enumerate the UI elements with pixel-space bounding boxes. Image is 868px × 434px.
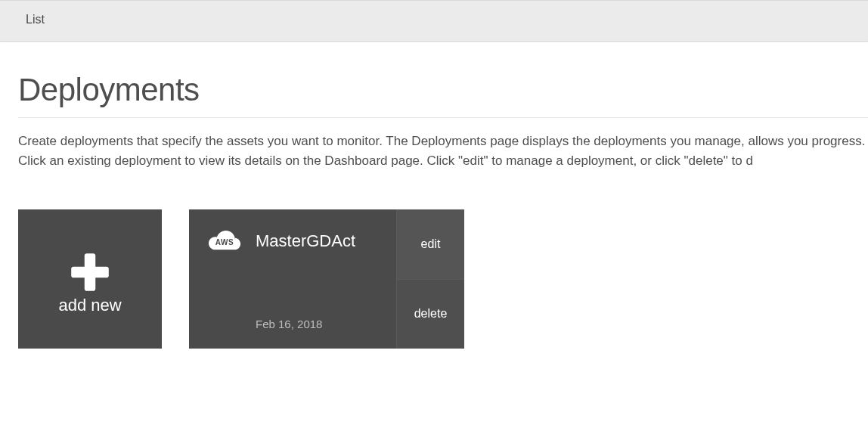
cloud-provider-label: AWS [215, 238, 234, 246]
page-title: Deployments [18, 72, 868, 118]
deployment-header: AWS MasterGDAct [206, 228, 381, 255]
cards-row: add new AWS MasterGDAct Feb 16, 2018 edi… [18, 209, 868, 349]
svg-rect-1 [71, 267, 109, 277]
plus-icon [67, 249, 113, 296]
cloud-aws-icon: AWS [206, 228, 243, 255]
top-bar: List [0, 0, 868, 42]
deployment-card: AWS MasterGDAct Feb 16, 2018 edit delete [189, 209, 464, 349]
deployment-date: Feb 16, 2018 [206, 318, 381, 336]
edit-button[interactable]: edit [396, 209, 464, 279]
content-area: Deployments Create deployments that spec… [0, 42, 868, 349]
delete-button[interactable]: delete [396, 279, 464, 349]
add-new-card[interactable]: add new [18, 209, 162, 349]
deployment-actions: edit delete [396, 209, 464, 349]
page-description: Create deployments that specify the asse… [18, 132, 868, 170]
add-new-label: add new [58, 296, 121, 315]
top-bar-item-list[interactable]: List [0, 1, 58, 39]
deployment-name: MasterGDAct [256, 231, 355, 251]
deployment-card-main[interactable]: AWS MasterGDAct Feb 16, 2018 [189, 209, 396, 349]
